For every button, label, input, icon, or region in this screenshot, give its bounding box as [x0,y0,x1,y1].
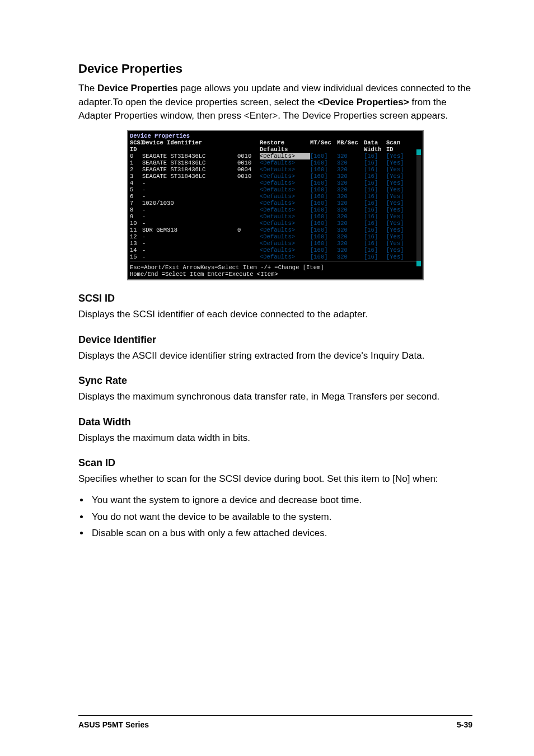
cell-restore-defaults[interactable]: <Defaults> [260,220,310,227]
bios-screenshot: Device Properties SCSI Device Identifier… [127,130,424,280]
cell-scsi-id: 7 [130,200,142,206]
bios-header-row2: ID Defaults WidthID [130,146,421,153]
cell-scsi-id: 2 [130,166,142,173]
cell-data-width: [16] [364,200,386,206]
cell-scan-id: [Yes] [386,153,410,159]
sub-sync-rate-text: Displays the maximum synchronous data tr… [78,390,472,404]
sub-device-identifier-text: Displays the ASCII device identifier str… [78,349,472,363]
cell-mb-sec: 320 [337,233,364,240]
cell-device-identifier: SEAGATE ST318436LC [142,166,237,173]
cell-mb-sec: 320 [337,180,364,186]
cell-scan-id: [Yes] [386,220,410,227]
cell-restore-defaults[interactable]: <Defaults> [260,247,310,253]
bios-table-body: 0SEAGATE ST318436LC0010<Defaults>[160]32… [130,153,421,260]
cell-scan-id: [Yes] [386,159,410,166]
cell-mt-sec: [160] [310,227,337,233]
cell-scsi-id: 11 [130,227,142,233]
page-title: Device Properties [78,62,472,76]
cell-scan-id: [Yes] [386,253,410,260]
cell-scan-id: [Yes] [386,193,410,200]
cell-scsi-id: 13 [130,240,142,247]
cell-number [237,247,260,253]
cell-number [237,193,260,200]
cell-mb-sec: 320 [337,166,364,173]
cell-number [237,233,260,240]
table-row: 13-<Defaults>[160]320[16][Yes] [130,240,421,247]
cell-mt-sec: [160] [310,173,337,180]
list-item: You want the system to ignore a device a… [90,493,472,508]
table-row: 2SEAGATE ST318436LC0004<Defaults>[160]32… [130,166,421,173]
cell-data-width: [16] [364,213,386,220]
cell-restore-defaults[interactable]: <Defaults> [260,233,310,240]
cell-number [237,220,260,227]
cell-scsi-id: 15 [130,253,142,260]
cell-data-width: [16] [364,166,386,173]
cell-restore-defaults[interactable]: <Defaults> [260,213,310,220]
table-row: 4-<Defaults>[160]320[16][Yes] [130,180,421,186]
cell-scsi-id: 14 [130,247,142,253]
table-row: 14-<Defaults>[160]320[16][Yes] [130,247,421,253]
sub-scan-id-title: Scan ID [78,457,472,469]
scrollbar-thumb-bottom[interactable] [416,261,421,266]
cell-device-identifier: - [142,213,237,220]
cell-number [237,206,260,213]
cell-scsi-id: 10 [130,220,142,227]
cell-number [237,180,260,186]
cell-mt-sec: [160] [310,166,337,173]
cell-device-identifier: - [142,253,237,260]
cell-mt-sec: [160] [310,200,337,206]
bios-scrollbar[interactable] [416,149,421,266]
cell-mb-sec: 320 [337,220,364,227]
sub-data-width-title: Data Width [78,416,472,428]
scan-id-bullet-list: You want the system to ignore a device a… [90,493,472,541]
cell-restore-defaults[interactable]: <Defaults> [260,227,310,233]
cell-restore-defaults[interactable]: <Defaults> [260,153,310,159]
bios-hdr-mb: MB/Sec [337,139,364,146]
cell-number [237,200,260,206]
cell-scsi-id: 0 [130,153,142,159]
cell-device-identifier: - [142,193,237,200]
cell-restore-defaults[interactable]: <Defaults> [260,200,310,206]
cell-number [237,253,260,260]
cell-device-identifier: - [142,240,237,247]
cell-mt-sec: [160] [310,193,337,200]
cell-device-identifier: SEAGATE ST318436LC [142,159,237,166]
cell-mt-sec: [160] [310,220,337,227]
bios-hdr-scan: Scan [386,139,410,146]
bios-hdr-dev-id: Device Identifier [142,139,237,146]
cell-scan-id: [Yes] [386,247,410,253]
bios-screen: Device Properties SCSI Device Identifier… [130,133,421,278]
cell-number: 0010 [237,173,260,180]
table-row: 11SDR GEM3180<Defaults>[160]320[16][Yes] [130,227,421,233]
cell-mb-sec: 320 [337,206,364,213]
cell-restore-defaults[interactable]: <Defaults> [260,240,310,247]
cell-restore-defaults[interactable]: <Defaults> [260,253,310,260]
cell-restore-defaults[interactable]: <Defaults> [260,206,310,213]
cell-data-width: [16] [364,186,386,193]
cell-scsi-id: 3 [130,173,142,180]
intro-text: The [78,83,97,93]
cell-scsi-id: 9 [130,213,142,220]
cell-scan-id: [Yes] [386,200,410,206]
cell-scan-id: [Yes] [386,173,410,180]
cell-mb-sec: 320 [337,186,364,193]
cell-data-width: [16] [364,180,386,186]
cell-restore-defaults[interactable]: <Defaults> [260,193,310,200]
cell-number [237,186,260,193]
cell-restore-defaults[interactable]: <Defaults> [260,166,310,173]
cell-scsi-id: 5 [130,186,142,193]
scrollbar-thumb-top[interactable] [416,149,421,155]
cell-scan-id: [Yes] [386,213,410,220]
table-row: 15-<Defaults>[160]320[16][Yes] [130,253,421,260]
cell-restore-defaults[interactable]: <Defaults> [260,159,310,166]
cell-restore-defaults[interactable]: <Defaults> [260,173,310,180]
cell-scsi-id: 8 [130,206,142,213]
cell-scan-id: [Yes] [386,186,410,193]
list-item: You do not want the device to be availab… [90,510,472,524]
cell-mt-sec: [160] [310,206,337,213]
table-row: 5-<Defaults>[160]320[16][Yes] [130,186,421,193]
cell-number: 0004 [237,166,260,173]
bios-footer-line1: Esc=Abort/Exit ArrowKeys=Select Item -/+… [130,264,421,271]
cell-restore-defaults[interactable]: <Defaults> [260,186,310,193]
cell-restore-defaults[interactable]: <Defaults> [260,180,310,186]
